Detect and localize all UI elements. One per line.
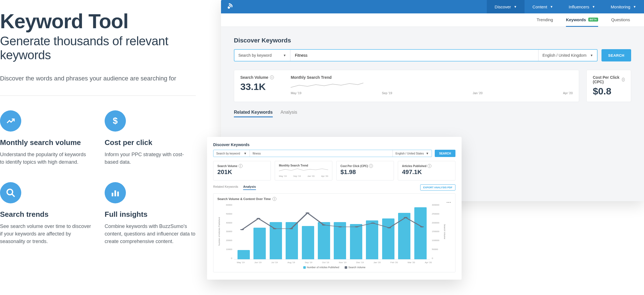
chart-plot: [234, 204, 430, 260]
y-axis-left-label: Number of Articles Published: [217, 204, 221, 260]
feature-bars: Full insightsCombine keywords with BuzzS…: [105, 182, 196, 245]
metric-card-search-volume: Search Volumei 33.1K Monthly Search Tren…: [234, 70, 579, 102]
tab-analysis[interactable]: Analysis: [281, 110, 297, 117]
tab-related-keywords[interactable]: Related Keywords: [234, 110, 273, 117]
keyword-input[interactable]: fitness: [250, 150, 392, 157]
nav-monitoring[interactable]: Monitoring▼: [603, 0, 644, 13]
dollar-icon: $: [105, 110, 126, 132]
section-heading: Discover Keywords: [234, 37, 631, 44]
tab-analysis[interactable]: Analysis: [243, 185, 256, 190]
svg-point-16: [387, 227, 391, 228]
feature-desc: Combine keywords with BuzzSumo's content…: [105, 223, 196, 245]
tab-questions[interactable]: Questions: [611, 13, 630, 27]
feature-search: Search trendsSee search volume over time…: [0, 182, 91, 245]
tab-trending[interactable]: Trending: [537, 13, 553, 27]
feature-title: Monthly search volume: [0, 138, 91, 147]
language-select[interactable]: English / United States▼: [392, 150, 432, 157]
svg-point-17: [404, 217, 408, 218]
section-heading: Discover Keywords: [213, 142, 455, 147]
nav-content[interactable]: Content▼: [525, 0, 561, 13]
chevron-down-icon: ▼: [283, 54, 286, 57]
y-axis-right-label: Search Volume: [443, 204, 446, 260]
language-select[interactable]: English / United Kingdom▼: [538, 50, 597, 61]
svg-point-15: [371, 223, 375, 224]
search-mode-select[interactable]: Search by keyword▼: [234, 50, 290, 61]
keyword-input[interactable]: [290, 50, 538, 61]
info-icon[interactable]: i: [427, 164, 431, 168]
top-nav: Discover▼Content▼Influencers▼Monitoring▼: [221, 0, 644, 13]
trend-icon: [0, 110, 21, 132]
svg-rect-3: [112, 193, 113, 196]
feature-title: Search trends: [0, 210, 91, 219]
info-icon[interactable]: i: [272, 197, 276, 201]
chart-card: Search Volume & Content Over Time i ••• …: [213, 193, 455, 272]
page-subtitle: Generate thousands of relevant keywords: [0, 34, 196, 62]
svg-point-7: [240, 229, 244, 230]
y-axis-left-ticks: 6000050000400003000020000100000: [221, 204, 234, 260]
search-group: Search by keyword▼ fitness English / Uni…: [213, 150, 432, 157]
svg-point-18: [420, 226, 424, 227]
svg-rect-4: [114, 191, 116, 196]
divider: [0, 96, 196, 96]
info-icon[interactable]: i: [369, 164, 373, 168]
search-button[interactable]: SEARCH: [601, 49, 631, 61]
metric-card-articles-published: Articles Publishedi 497.1K: [398, 161, 455, 180]
nav-influencers[interactable]: Influencers▼: [561, 0, 603, 13]
badge-beta: BETA: [588, 18, 598, 22]
feature-desc: Inform your PPC strategy with cost-based…: [105, 151, 196, 166]
nav-discover[interactable]: Discover▼: [487, 0, 525, 13]
bars-icon: [105, 182, 126, 203]
svg-point-13: [338, 226, 342, 227]
search-button[interactable]: SEARCH: [435, 150, 455, 157]
chevron-down-icon: ▼: [590, 54, 593, 57]
svg-point-12: [322, 224, 326, 225]
metric-card-cpc: Cost Per Click (CPC)i $0.8: [586, 70, 631, 102]
info-icon[interactable]: i: [270, 75, 274, 79]
chevron-down-icon: ▼: [633, 5, 636, 8]
feature-desc: Understand the popularity of keywords to…: [0, 151, 91, 166]
sub-nav: Trending Keywords BETA Questions: [221, 13, 644, 27]
feature-dollar: $Cost per clickInform your PPC strategy …: [105, 110, 196, 166]
chevron-down-icon: ▼: [550, 5, 553, 8]
apps-preview: Discover▼Content▼Influencers▼Monitoring▼…: [207, 0, 644, 295]
feature-title: Cost per click: [105, 138, 196, 147]
svg-rect-5: [117, 192, 119, 196]
svg-point-8: [257, 218, 260, 219]
metric-card-trend: Monthly Search Trend May '19Sep '19Jan '…: [275, 161, 332, 180]
sparkline: [291, 80, 363, 90]
chart-line: [234, 204, 430, 259]
tab-related-keywords[interactable]: Related Keywords: [213, 185, 238, 190]
svg-text:$: $: [113, 116, 117, 126]
feature-trend: Monthly search volumeUnderstand the popu…: [0, 110, 91, 166]
x-axis-labels: May '19Jun '19Jul '19Aug '19Sep '19Oct '…: [217, 261, 451, 264]
info-icon[interactable]: i: [239, 164, 243, 168]
chevron-down-icon: ▼: [592, 5, 595, 8]
svg-point-9: [273, 228, 277, 229]
feature-desc: See search volume over time to discover …: [0, 223, 91, 245]
search-icon: [0, 182, 21, 203]
svg-line-2: [12, 194, 15, 197]
search-volume-value: 33.1K: [240, 81, 274, 92]
marketing-panel: Keyword Tool Generate thousands of relev…: [0, 0, 207, 295]
export-pdf-button[interactable]: EXPORT ANALYSIS PDF: [420, 184, 455, 191]
info-icon[interactable]: i: [622, 78, 625, 82]
y-axis-right-ticks: 300000250000200000150000100000500000: [430, 204, 443, 260]
chart-legend: Number of Articles Published Search Volu…: [217, 266, 451, 269]
page-title: Keyword Tool: [0, 11, 196, 31]
search-group: Search by keyword▼ English / United King…: [234, 49, 598, 61]
search-mode-select[interactable]: Search by keyword▼: [213, 150, 250, 157]
metric-card-search-volume: Search Volumei 201K: [213, 161, 271, 180]
feature-title: Full insights: [105, 210, 196, 219]
svg-point-6: [228, 6, 230, 9]
chevron-down-icon: ▼: [426, 152, 429, 155]
cpc-value: $0.8: [593, 86, 625, 97]
metric-card-cpc: Cost Per Click (CPC)i $1.98: [336, 161, 394, 180]
app-logo-icon: [221, 3, 237, 10]
features-grid: Monthly search volumeUnderstand the popu…: [0, 110, 196, 245]
chevron-down-icon: ▼: [244, 152, 247, 155]
page-tagline: Discover the words and phrases your audi…: [0, 75, 196, 82]
app-screenshot-secondary: Discover Keywords Search by keyword▼ fit…: [207, 137, 462, 280]
chart-more-menu[interactable]: •••: [446, 201, 451, 204]
svg-point-14: [354, 226, 358, 227]
tab-keywords[interactable]: Keywords BETA: [566, 13, 598, 27]
